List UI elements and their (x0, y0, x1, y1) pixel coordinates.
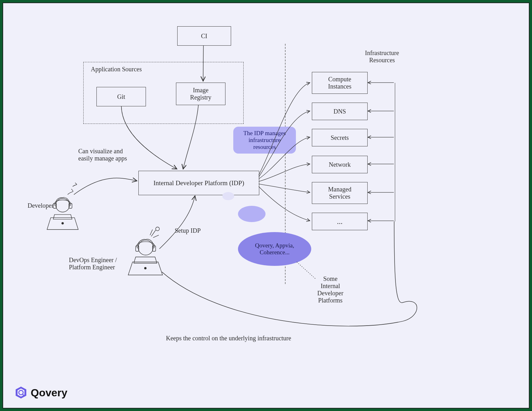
idp-label: Internal Developer Platform (IDP) (153, 179, 244, 187)
some-idps-label: Some Internal Developer Platforms (310, 275, 351, 304)
keeps-control-label: Keeps the control on the underlying infr… (166, 335, 291, 342)
small-ellipse (238, 206, 266, 222)
compute-box: Compute Instances (312, 72, 368, 94)
network-box: Network (312, 156, 368, 173)
more-label: ... (337, 217, 343, 226)
tiny-ellipse (222, 192, 234, 200)
svg-rect-7 (152, 246, 156, 251)
managed-label: Managed Services (328, 186, 351, 200)
svg-rect-3 (69, 203, 72, 208)
devops-label: DevOps Engineer / Platform Engineer (69, 256, 138, 271)
infra-right-line (395, 83, 395, 221)
app-sources-title: Application Sources (91, 66, 142, 73)
image-registry-label: Image Registry (190, 87, 211, 101)
svg-point-0 (62, 222, 64, 224)
svg-point-4 (144, 267, 146, 269)
qovery-logo: Qovery (14, 386, 67, 399)
secrets-label: Secrets (331, 134, 349, 141)
developer-label: Developer (28, 202, 54, 209)
ci-label: CI (201, 33, 207, 40)
idp-manages-callout: The IDP manages infrastructure resources (233, 127, 296, 154)
dns-box: DNS (312, 103, 368, 120)
image-registry-box: Image Registry (176, 83, 225, 105)
git-label: Git (117, 93, 125, 100)
idp-manages-text: The IDP manages infrastructure resources (243, 130, 286, 150)
qovery-logo-icon (14, 386, 28, 399)
ci-box: CI (177, 26, 231, 46)
arrows-overlay (3, 3, 529, 408)
more-box: ... (312, 213, 368, 230)
svg-rect-2 (53, 203, 56, 208)
secrets-box: Secrets (312, 129, 368, 146)
examples-ellipse: Qovery, Appvia, Coherence... (238, 232, 311, 266)
can-visualize-label: Can visualize and easily manage apps (78, 148, 147, 162)
examples-text: Qovery, Appvia, Coherence... (255, 242, 294, 256)
svg-point-1 (56, 198, 70, 212)
svg-rect-6 (136, 246, 139, 251)
dns-label: DNS (333, 108, 346, 115)
infra-title: Infrastructure Resources (351, 49, 413, 64)
setup-idp-label: Setup IDP (175, 227, 201, 234)
compute-label: Compute Instances (328, 76, 351, 90)
svg-point-5 (138, 240, 153, 255)
svg-point-8 (156, 227, 159, 231)
diagram-canvas: CI Application Sources Git Image Registr… (3, 3, 529, 408)
network-label: Network (329, 161, 351, 168)
idp-box: Internal Developer Platform (IDP) (138, 171, 259, 195)
qovery-logo-text: Qovery (31, 387, 67, 399)
git-box: Git (96, 87, 146, 106)
managed-box: Managed Services (312, 182, 368, 204)
